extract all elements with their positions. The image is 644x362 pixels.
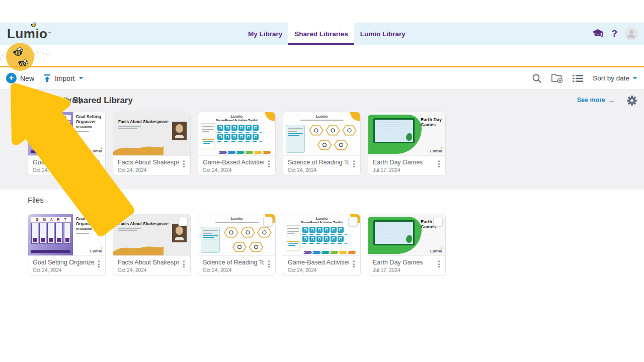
card-menu-button[interactable] bbox=[180, 159, 187, 167]
thumb-goal-poster: S M A R T bbox=[28, 112, 73, 155]
progress-chevron-strip bbox=[303, 251, 356, 254]
trademark: ™ bbox=[48, 31, 52, 36]
thumb-lumio-logo: Lumio bbox=[283, 114, 360, 119]
card-thumbnail: Earth Day Games Lumio bbox=[368, 112, 445, 156]
card-date: Oct 24, 2024 bbox=[33, 267, 94, 273]
card-menu-button[interactable] bbox=[95, 259, 102, 267]
new-button-label: New bbox=[20, 74, 34, 82]
card-game-based-activities[interactable]: Lumio Game-Based Activities Toolkit Game… bbox=[283, 214, 361, 276]
thumb-game-board bbox=[373, 220, 415, 245]
shakespeare-portrait bbox=[172, 122, 187, 140]
card-checkbox[interactable] bbox=[93, 217, 103, 226]
thumb-goal-poster: S M A R T bbox=[28, 214, 73, 255]
gold-wave-decoration bbox=[113, 242, 164, 255]
card-date: Oct 24, 2024 bbox=[203, 167, 264, 173]
card-goal-setting-organizers[interactable]: S M A R T Goal Setting Organizer for Stu… bbox=[28, 112, 106, 176]
card-menu-button[interactable] bbox=[265, 259, 272, 267]
academy-graduation-cap-icon[interactable] bbox=[592, 29, 604, 39]
thumb-lumio-logo: Lumio bbox=[198, 114, 275, 119]
thumb-subtitle: for Students bbox=[76, 227, 103, 230]
user-profile-avatar[interactable] bbox=[625, 27, 638, 40]
lumio-logo[interactable]: Lumio™ bbox=[7, 26, 52, 42]
shared-library-card-row: S M A R T Goal Setting Organizer for Stu… bbox=[28, 112, 446, 176]
new-folder-icon[interactable] bbox=[551, 73, 563, 83]
library-tabs: My Library Shared Libraries Lumio Librar… bbox=[242, 23, 412, 45]
search-icon[interactable] bbox=[532, 73, 542, 83]
new-button[interactable]: + New bbox=[6, 73, 34, 83]
thumb-lumio-logo: Lumio bbox=[430, 249, 442, 253]
card-checkbox[interactable] bbox=[263, 217, 273, 226]
card-earth-day-games[interactable]: Earth Day Games Lumio Earth Day Games Ju… bbox=[368, 214, 446, 276]
hexagon-icons bbox=[222, 226, 274, 255]
card-title: Game-Based Activities... bbox=[288, 259, 349, 266]
card-date: Oct 24, 2024 bbox=[203, 267, 264, 273]
list-view-icon[interactable] bbox=[573, 74, 583, 82]
card-title: Game-Based Activities... bbox=[203, 159, 264, 166]
card-menu-button[interactable] bbox=[435, 159, 442, 167]
card-menu-button[interactable] bbox=[350, 159, 357, 167]
card-menu-button[interactable] bbox=[95, 159, 102, 167]
card-thumbnail: S M A R T Goal Setting Organizer for Stu… bbox=[28, 112, 105, 156]
header-accent-border bbox=[0, 66, 644, 67]
thumb-title: Earth Day Games bbox=[421, 117, 443, 127]
thumb-lumio-logo: Lumio bbox=[430, 149, 442, 153]
thumb-smart-label: S M A R T bbox=[31, 115, 71, 120]
card-date: Oct 24, 2024 bbox=[118, 267, 179, 273]
person-icon bbox=[625, 27, 638, 40]
card-menu-button[interactable] bbox=[350, 259, 357, 267]
card-date: Jul 17, 2024 bbox=[373, 167, 423, 173]
lumio-logo-text: Lumio bbox=[7, 26, 48, 41]
card-menu-button[interactable] bbox=[435, 259, 442, 267]
sort-label: Sort by date bbox=[593, 74, 629, 82]
card-checkbox[interactable] bbox=[178, 217, 188, 226]
nav-right-icons: ? bbox=[592, 23, 638, 45]
card-earth-day-games[interactable]: Earth Day Games Lumio Earth Day Games Ju… bbox=[368, 112, 446, 176]
card-thumbnail: Lumio bbox=[283, 112, 360, 156]
see-more-link[interactable]: See more → bbox=[577, 96, 615, 104]
thumb-lumio-logo: Lumio bbox=[90, 149, 102, 153]
card-title: Science of Reading To... bbox=[288, 159, 349, 166]
import-button[interactable]: Import bbox=[43, 74, 83, 82]
card-checkbox[interactable] bbox=[348, 217, 358, 226]
library-toolbar: + New Import bbox=[0, 67, 644, 89]
thumb-side-panel bbox=[201, 227, 220, 253]
upload-icon bbox=[43, 74, 51, 82]
card-date: Oct 24, 2024 bbox=[288, 167, 349, 173]
card-title: Earth Day Games bbox=[373, 159, 423, 166]
thumb-title: Goal Setting Organizer bbox=[76, 115, 102, 125]
files-section: Files S M A R T Goal Setting Organizer f… bbox=[0, 190, 644, 288]
card-facts-about-shakespeare[interactable]: Facts About Shakespeare Facts About Shak… bbox=[113, 112, 191, 176]
card-menu-button[interactable] bbox=[265, 159, 272, 167]
library-bee-avatar[interactable] bbox=[0, 41, 57, 73]
tab-shared-libraries[interactable]: Shared Libraries bbox=[288, 23, 354, 45]
card-title: Goal Setting Organizers bbox=[33, 159, 94, 166]
thumb-smart-label: S M A R T bbox=[31, 217, 71, 222]
top-nav: Lumio™ My Library Shared Libraries Lumio… bbox=[0, 23, 644, 45]
hexagon-icons bbox=[307, 124, 359, 153]
library-header: Demo Shared Library bbox=[0, 45, 644, 67]
progress-chevron-strip bbox=[218, 151, 271, 154]
thumb-game-board bbox=[373, 118, 415, 143]
card-menu-button[interactable] bbox=[180, 259, 187, 267]
card-science-of-reading[interactable]: Lumio Sci bbox=[198, 214, 276, 276]
card-facts-about-shakespeare[interactable]: Facts About Shakespeare Facts About Shak… bbox=[113, 214, 191, 276]
files-section-title: Files bbox=[28, 196, 44, 204]
card-game-based-activities[interactable]: Lumio Game-Based Activities Toolkit Game… bbox=[198, 112, 276, 176]
card-title: Science of Reading To... bbox=[203, 259, 264, 266]
plus-icon: + bbox=[6, 73, 17, 83]
sort-by-date-dropdown[interactable]: Sort by date bbox=[593, 74, 637, 82]
help-icon[interactable]: ? bbox=[611, 23, 617, 45]
arrow-right-icon: → bbox=[608, 96, 615, 104]
gold-wave-decoration bbox=[113, 142, 164, 155]
lumio-logo-bee-icon bbox=[30, 22, 37, 29]
card-date: Jul 17, 2024 bbox=[373, 267, 423, 273]
tab-my-library[interactable]: My Library bbox=[242, 23, 288, 45]
shakespeare-portrait bbox=[172, 224, 187, 242]
library-settings-gear-icon[interactable] bbox=[626, 95, 637, 106]
tab-lumio-library[interactable]: Lumio Library bbox=[354, 23, 412, 45]
card-science-of-reading[interactable]: Lumio Science of R bbox=[283, 112, 361, 176]
card-goal-setting-organizers[interactable]: S M A R T Goal Setting Organizer for Stu… bbox=[28, 214, 106, 276]
card-title: Goal Setting Organizers bbox=[33, 259, 94, 266]
card-title: Facts About Shakespe... bbox=[118, 259, 179, 266]
card-checkbox[interactable] bbox=[433, 217, 443, 226]
